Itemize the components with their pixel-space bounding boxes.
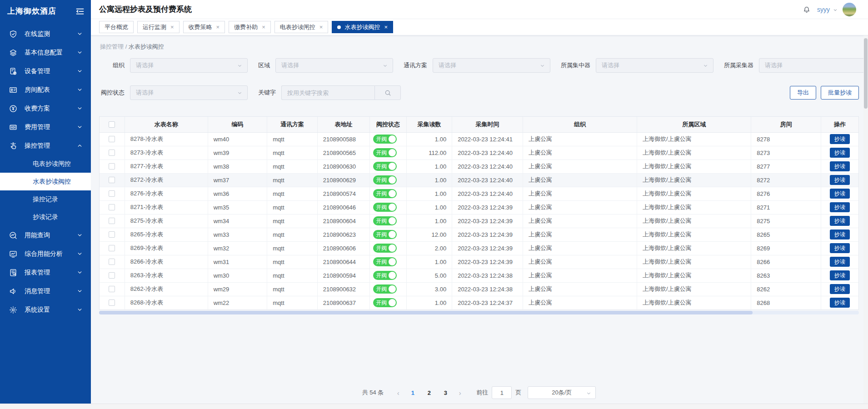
page-number-2[interactable]: 2 [423, 386, 435, 399]
row-checkbox[interactable] [109, 218, 115, 224]
close-icon[interactable]: × [262, 24, 265, 30]
valve-toggle[interactable]: 开阀 [373, 216, 397, 225]
collector-select[interactable]: 请选择 [759, 58, 868, 73]
valve-toggle[interactable]: 开阀 [373, 175, 397, 185]
page-number-3[interactable]: 3 [439, 386, 452, 399]
sidebar-subitem-control-records[interactable]: 操控记录 [0, 190, 91, 208]
username[interactable]: syyy [817, 6, 830, 13]
sidebar-item-device-management[interactable]: 设备管理 [0, 62, 91, 80]
cell-comm: mqtt [267, 187, 318, 200]
page-size-select[interactable]: 20条/页 [528, 386, 596, 399]
row-checkbox[interactable] [109, 259, 115, 265]
org-select[interactable]: 请选择 [130, 58, 248, 73]
valve-toggle[interactable]: 开阀 [373, 135, 397, 144]
area-select[interactable]: 请选择 [275, 58, 393, 73]
row-checkbox[interactable] [109, 190, 115, 197]
read-button[interactable]: 抄读 [830, 148, 850, 158]
concentrator-select[interactable]: 请选择 [596, 58, 713, 73]
page-number-1[interactable]: 1 [406, 386, 419, 399]
read-button[interactable]: 抄读 [830, 284, 850, 294]
next-page-icon[interactable]: › [454, 386, 466, 399]
valve-toggle[interactable]: 开阀 [373, 230, 397, 239]
tab-1[interactable]: 平台概览 [99, 21, 134, 33]
tab-5[interactable]: 电表抄读闸控× [274, 21, 329, 33]
valve-toggle[interactable]: 开阀 [373, 271, 397, 280]
comm-select[interactable]: 请选择 [433, 58, 550, 73]
user-menu-chevron-down-icon[interactable] [833, 7, 838, 13]
prev-page-icon[interactable]: ‹ [392, 386, 404, 399]
row-checkbox[interactable] [109, 204, 115, 210]
collapse-sidebar-icon[interactable] [75, 7, 85, 16]
valve-toggle[interactable]: 开阀 [373, 148, 397, 157]
sidebar-item-energy-query[interactable]: 用能查询 [0, 226, 91, 244]
select-all-checkbox[interactable] [109, 121, 115, 128]
valve-toggle[interactable]: 开阀 [373, 298, 397, 307]
valve-toggle[interactable]: 开阀 [373, 203, 397, 212]
valve-toggle[interactable]: 开阀 [373, 257, 397, 266]
goto-page-input[interactable] [492, 386, 512, 399]
row-checkbox[interactable] [109, 299, 115, 306]
close-icon[interactable]: × [170, 24, 174, 30]
page-horizontal-scrollbar[interactable] [0, 404, 868, 409]
row-checkbox[interactable] [109, 231, 115, 238]
area-placeholder: 请选择 [281, 61, 299, 70]
sidebar-subitem-electric-meter-reading[interactable]: 电表抄读闸控 [0, 155, 91, 173]
valve-toggle[interactable]: 开阀 [373, 189, 397, 198]
sidebar-item-online-monitoring[interactable]: 在线监测 [0, 25, 91, 43]
table-horizontal-scrollbar[interactable] [99, 311, 859, 314]
valve-toggle[interactable]: 开阀 [373, 284, 397, 294]
sidebar-item-basic-info-config[interactable]: 基本信息配置 [0, 43, 91, 62]
row-checkbox[interactable] [109, 245, 115, 251]
row-checkbox[interactable] [109, 272, 115, 279]
row-checkbox[interactable] [109, 136, 115, 142]
row-checkbox[interactable] [109, 150, 115, 156]
close-icon[interactable]: × [216, 24, 220, 30]
sidebar-subitem-reading-records[interactable]: 抄读记录 [0, 208, 91, 226]
sidebar-subitem-water-meter-reading[interactable]: 水表抄读阀控 [0, 173, 91, 190]
sidebar-item-energy-analysis[interactable]: 综合用能分析 [0, 244, 91, 263]
read-button[interactable]: 抄读 [830, 202, 850, 212]
sidebar-item-room-meter-config[interactable]: 房间配表 [0, 80, 91, 99]
sidebar-item-fee-management[interactable]: 费用管理 [0, 118, 91, 136]
sidebar-item-control-management[interactable]: 操控管理 [0, 136, 91, 155]
cell-region: 上海御炊/上虞公寓 [637, 241, 751, 255]
valve-toggle[interactable]: 开阀 [373, 162, 397, 171]
vscroll-thumb[interactable] [864, 38, 868, 109]
valve-status-select[interactable]: 请选择 [130, 85, 248, 100]
valve-toggle[interactable]: 开阀 [373, 244, 397, 253]
brand-title: 上海御炊酒店 [7, 6, 56, 16]
tab-6[interactable]: 水表抄读阀控× [332, 21, 393, 33]
read-button[interactable]: 抄读 [830, 243, 850, 253]
close-icon[interactable]: × [384, 24, 388, 30]
keyword-input[interactable] [281, 85, 374, 100]
sidebar-item-system-settings[interactable]: 系统设置 [0, 300, 91, 319]
row-checkbox[interactable] [109, 163, 115, 170]
tab-2[interactable]: 运行监测× [137, 21, 180, 33]
read-button[interactable]: 抄读 [830, 189, 850, 199]
search-button[interactable] [374, 85, 401, 100]
row-checkbox[interactable] [109, 286, 115, 292]
sidebar-item-message-management[interactable]: 消息管理 [0, 282, 91, 300]
tab-4[interactable]: 缴费补助× [229, 21, 271, 33]
read-button[interactable]: 抄读 [830, 216, 850, 226]
read-button[interactable]: 抄读 [830, 270, 850, 280]
read-button[interactable]: 抄读 [830, 298, 850, 308]
hscroll-thumb[interactable] [99, 311, 753, 314]
avatar[interactable] [843, 3, 856, 16]
table-row: 8263-冷水表wm30mqtt2108900594开阀5.002022-03-… [100, 269, 858, 282]
read-button[interactable]: 抄读 [830, 257, 850, 267]
page-vertical-scrollbar[interactable] [863, 35, 868, 404]
read-button[interactable]: 抄读 [830, 161, 850, 171]
notification-bell-icon[interactable] [803, 5, 811, 14]
tab-3[interactable]: 收费策略× [183, 21, 225, 33]
read-button[interactable]: 抄读 [830, 175, 850, 185]
sidebar-item-charging-plan[interactable]: 收费方案 [0, 99, 91, 118]
export-button[interactable]: 导出 [790, 86, 816, 100]
read-button[interactable]: 抄读 [830, 134, 850, 144]
batch-read-button[interactable]: 批量抄读 [821, 86, 859, 100]
row-checkbox[interactable] [109, 177, 115, 183]
sidebar-item-report-management[interactable]: 报表管理 [0, 263, 91, 282]
cell-room: 8278 [751, 132, 821, 146]
close-icon[interactable]: × [319, 24, 323, 30]
read-button[interactable]: 抄读 [830, 229, 850, 239]
